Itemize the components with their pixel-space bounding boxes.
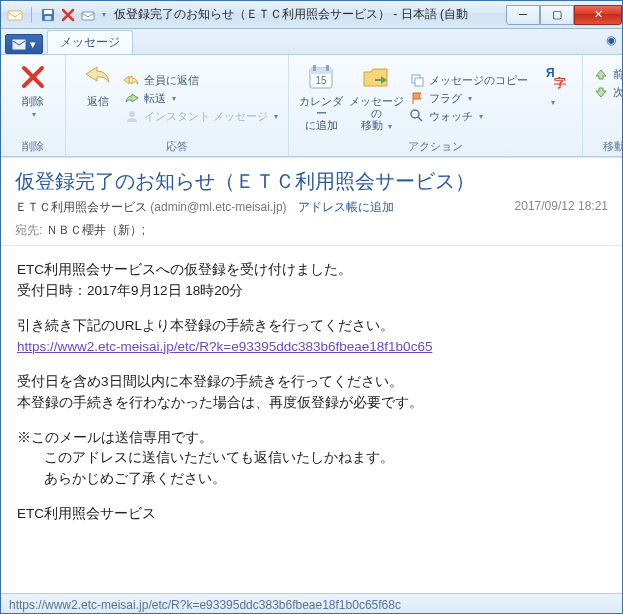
prev-button[interactable]: 前へ [591,65,623,83]
ribbon-tabs: ▾ メッセージ ◉ [1,29,622,55]
close-button[interactable]: ✕ [574,5,622,25]
encoding-icon: Я字 [536,61,568,93]
delete-button[interactable]: 削除▾ [9,59,57,137]
reply-icon [82,61,114,93]
svg-rect-9 [313,65,316,71]
group-label-actions: アクション [297,137,574,154]
down-arrow-icon [593,84,609,100]
minimize-button[interactable]: ─ [506,5,540,25]
from-name: ＥＴＣ利用照会サービス [15,200,147,214]
svg-rect-10 [326,65,329,71]
message-header: 仮登録完了のお知らせ（ＥＴＣ利用照会サービス） 2017/09/12 18:21… [1,158,622,246]
status-bar: https://www2.etc-meisai.jp/etc/R?k=e9339… [1,593,622,614]
quick-access: ▾ [1,7,106,23]
encoding-button[interactable]: Я字 ▾ [530,59,574,137]
svg-rect-0 [8,11,22,20]
ribbon-group-delete: 削除▾ 削除 [1,55,66,156]
next-button[interactable]: 次へ [591,83,623,101]
chevron-down-icon: ▾ [30,38,36,51]
svg-rect-2 [44,10,52,14]
message-body: ETC利用照会サービスへの仮登録を受け付けました。 受付日時：2017年9月12… [1,246,622,593]
ribbon-group-actions: 15 カレンダー に追加 メッセージの 移動 ▾ メッセージのコピー フラグ▾ [289,55,583,156]
body-line: ETC利用照会サービスへの仮登録を受け付けました。 [17,262,352,277]
delete-x-icon [17,61,49,93]
to-value: ＮＢＣ櫻井（新）; [46,223,145,237]
group-label-respond: 応答 [74,137,280,154]
ribbon: 削除▾ 削除 返信 全員に返信 転送▾ [1,55,622,157]
svg-rect-13 [415,78,423,86]
move-message-button[interactable]: メッセージの 移動 ▾ [345,59,407,137]
watch-icon [409,108,425,124]
body-line: 受付日時：2017年9月12日 18時20分 [17,283,243,298]
message-to: 宛先: ＮＢＣ櫻井（新）; [15,222,608,239]
tab-message[interactable]: メッセージ [47,30,133,54]
flag-icon [409,90,425,106]
maximize-button[interactable]: ▢ [540,5,574,25]
message-subject: 仮登録完了のお知らせ（ＥＴＣ利用照会サービス） [15,168,608,195]
up-arrow-icon [593,66,609,82]
from-address: (admin@ml.etc-meisai.jp) [150,200,286,214]
svg-text:15: 15 [316,75,328,86]
delete-icon[interactable] [60,7,76,23]
svg-point-14 [411,110,419,118]
window-controls: ─ ▢ ✕ [506,5,622,25]
body-line: 引き続き下記のURLより本登録の手続きを行ってください。 [17,318,394,333]
registration-link[interactable]: https://www2.etc-meisai.jp/etc/R?k=e9339… [17,339,432,354]
add-calendar-button[interactable]: 15 カレンダー に追加 [297,59,345,137]
status-text: https://www2.etc-meisai.jp/etc/R?k=e9339… [9,598,401,612]
copy-icon [409,72,425,88]
copy-message-button[interactable]: メッセージのコピー [407,71,530,89]
app-icon [7,7,23,23]
ribbon-group-nav: 前へ 次へ 移動 [583,55,623,156]
ribbon-group-respond: 返信 全員に返信 転送▾ インスタント メッセージ▾ 応答 [66,55,289,156]
calendar-icon: 15 [305,61,337,93]
svg-text:字: 字 [554,76,566,90]
file-menu-button[interactable]: ▾ [5,34,43,54]
message-from: 2017/09/12 18:21 ＥＴＣ利用照会サービス (admin@ml.e… [15,199,608,216]
svg-rect-3 [45,16,51,20]
to-label: 宛先: [15,223,42,237]
save-icon[interactable] [40,7,56,23]
reply-all-icon [124,72,140,88]
body-line: ※このメールは送信専用です。 [17,430,213,445]
instant-message-button: インスタント メッセージ▾ [122,107,280,125]
flag-button[interactable]: フラグ▾ [407,89,530,107]
message-pane: 仮登録完了のお知らせ（ＥＴＣ利用照会サービス） 2017/09/12 18:21… [1,157,622,593]
group-label-nav: 移動 [591,137,623,154]
body-line: あらかじめご了承ください。 [17,469,226,490]
svg-point-6 [129,111,135,117]
forward-button[interactable]: 転送▾ [122,89,280,107]
body-line: このアドレスに送信いただいても返信いたしかねます。 [17,448,394,469]
body-signature: ETC利用照会サービス [17,504,606,525]
add-to-addressbook-link[interactable]: アドレス帳に追加 [298,200,394,214]
svg-rect-4 [82,12,94,20]
forward-icon [124,90,140,106]
im-icon [124,108,140,124]
reply-all-button[interactable]: 全員に返信 [122,71,280,89]
watch-button[interactable]: ウォッチ▾ [407,107,530,125]
help-icon[interactable]: ◉ [606,33,616,47]
body-line: 本登録の手続きを行わなかった場合は、再度仮登録が必要です。 [17,395,423,410]
folder-move-icon [360,61,392,93]
attach-icon[interactable] [80,7,96,23]
window-title: 仮登録完了のお知らせ（ＥＴＣ利用照会サービス） - 日本語 (自動 [106,6,506,23]
group-label-delete: 削除 [9,137,57,154]
reply-button[interactable]: 返信 [74,59,122,137]
title-bar: ▾ 仮登録完了のお知らせ（ＥＴＣ利用照会サービス） - 日本語 (自動 ─ ▢ … [1,1,622,29]
message-date: 2017/09/12 18:21 [515,199,608,213]
body-line: 受付日を含め3日間以内に本登録の手続きを行ってください。 [17,374,403,389]
